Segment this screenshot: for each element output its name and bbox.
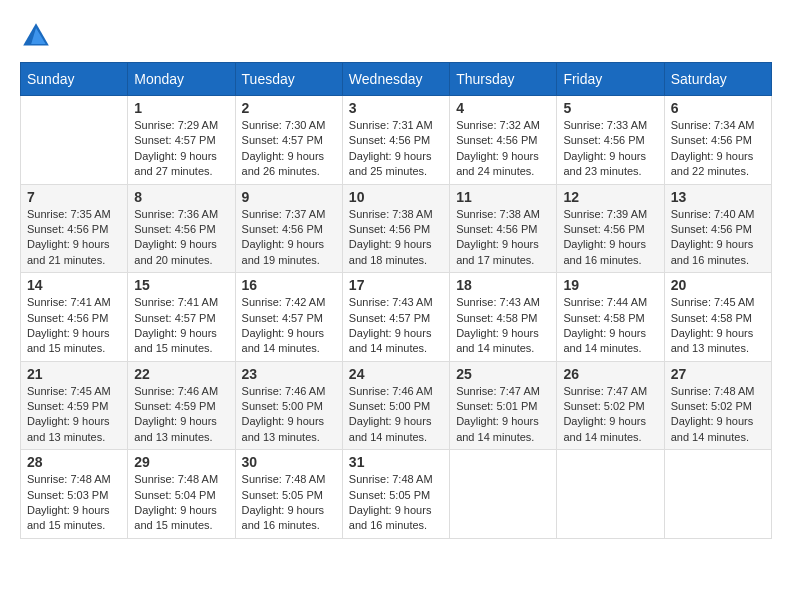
day-info: Sunrise: 7:44 AMSunset: 4:58 PMDaylight:… <box>563 295 657 357</box>
day-info: Sunrise: 7:34 AMSunset: 4:56 PMDaylight:… <box>671 118 765 180</box>
day-info: Sunrise: 7:30 AMSunset: 4:57 PMDaylight:… <box>242 118 336 180</box>
calendar-cell: 19Sunrise: 7:44 AMSunset: 4:58 PMDayligh… <box>557 273 664 362</box>
day-number: 16 <box>242 277 336 293</box>
calendar-cell: 29Sunrise: 7:48 AMSunset: 5:04 PMDayligh… <box>128 450 235 539</box>
calendar-week-row: 1Sunrise: 7:29 AMSunset: 4:57 PMDaylight… <box>21 96 772 185</box>
day-info: Sunrise: 7:48 AMSunset: 5:05 PMDaylight:… <box>242 472 336 534</box>
day-number: 12 <box>563 189 657 205</box>
calendar-header-tuesday: Tuesday <box>235 63 342 96</box>
calendar-cell: 6Sunrise: 7:34 AMSunset: 4:56 PMDaylight… <box>664 96 771 185</box>
day-number: 27 <box>671 366 765 382</box>
day-number: 1 <box>134 100 228 116</box>
calendar-cell: 10Sunrise: 7:38 AMSunset: 4:56 PMDayligh… <box>342 184 449 273</box>
day-info: Sunrise: 7:40 AMSunset: 4:56 PMDaylight:… <box>671 207 765 269</box>
calendar-week-row: 28Sunrise: 7:48 AMSunset: 5:03 PMDayligh… <box>21 450 772 539</box>
day-info: Sunrise: 7:48 AMSunset: 5:02 PMDaylight:… <box>671 384 765 446</box>
day-number: 22 <box>134 366 228 382</box>
day-number: 6 <box>671 100 765 116</box>
day-number: 29 <box>134 454 228 470</box>
day-info: Sunrise: 7:48 AMSunset: 5:03 PMDaylight:… <box>27 472 121 534</box>
day-info: Sunrise: 7:35 AMSunset: 4:56 PMDaylight:… <box>27 207 121 269</box>
day-info: Sunrise: 7:41 AMSunset: 4:56 PMDaylight:… <box>27 295 121 357</box>
day-number: 18 <box>456 277 550 293</box>
logo-icon <box>20 20 52 52</box>
day-info: Sunrise: 7:47 AMSunset: 5:01 PMDaylight:… <box>456 384 550 446</box>
calendar-header-thursday: Thursday <box>450 63 557 96</box>
day-number: 13 <box>671 189 765 205</box>
day-number: 7 <box>27 189 121 205</box>
calendar-week-row: 14Sunrise: 7:41 AMSunset: 4:56 PMDayligh… <box>21 273 772 362</box>
day-info: Sunrise: 7:43 AMSunset: 4:57 PMDaylight:… <box>349 295 443 357</box>
calendar-cell: 7Sunrise: 7:35 AMSunset: 4:56 PMDaylight… <box>21 184 128 273</box>
calendar-cell: 2Sunrise: 7:30 AMSunset: 4:57 PMDaylight… <box>235 96 342 185</box>
day-number: 8 <box>134 189 228 205</box>
calendar-cell: 11Sunrise: 7:38 AMSunset: 4:56 PMDayligh… <box>450 184 557 273</box>
calendar-cell: 20Sunrise: 7:45 AMSunset: 4:58 PMDayligh… <box>664 273 771 362</box>
calendar-cell: 28Sunrise: 7:48 AMSunset: 5:03 PMDayligh… <box>21 450 128 539</box>
day-number: 19 <box>563 277 657 293</box>
calendar-table: SundayMondayTuesdayWednesdayThursdayFrid… <box>20 62 772 539</box>
calendar-cell: 1Sunrise: 7:29 AMSunset: 4:57 PMDaylight… <box>128 96 235 185</box>
day-number: 14 <box>27 277 121 293</box>
calendar-cell: 14Sunrise: 7:41 AMSunset: 4:56 PMDayligh… <box>21 273 128 362</box>
day-number: 23 <box>242 366 336 382</box>
calendar-cell: 4Sunrise: 7:32 AMSunset: 4:56 PMDaylight… <box>450 96 557 185</box>
calendar-cell: 27Sunrise: 7:48 AMSunset: 5:02 PMDayligh… <box>664 361 771 450</box>
day-number: 3 <box>349 100 443 116</box>
calendar-cell: 16Sunrise: 7:42 AMSunset: 4:57 PMDayligh… <box>235 273 342 362</box>
day-info: Sunrise: 7:37 AMSunset: 4:56 PMDaylight:… <box>242 207 336 269</box>
calendar-cell: 18Sunrise: 7:43 AMSunset: 4:58 PMDayligh… <box>450 273 557 362</box>
calendar-cell: 12Sunrise: 7:39 AMSunset: 4:56 PMDayligh… <box>557 184 664 273</box>
calendar-cell <box>21 96 128 185</box>
day-info: Sunrise: 7:43 AMSunset: 4:58 PMDaylight:… <box>456 295 550 357</box>
day-info: Sunrise: 7:48 AMSunset: 5:04 PMDaylight:… <box>134 472 228 534</box>
calendar-cell: 8Sunrise: 7:36 AMSunset: 4:56 PMDaylight… <box>128 184 235 273</box>
day-number: 11 <box>456 189 550 205</box>
calendar-header-row: SundayMondayTuesdayWednesdayThursdayFrid… <box>21 63 772 96</box>
calendar-cell: 26Sunrise: 7:47 AMSunset: 5:02 PMDayligh… <box>557 361 664 450</box>
day-info: Sunrise: 7:42 AMSunset: 4:57 PMDaylight:… <box>242 295 336 357</box>
calendar-header-saturday: Saturday <box>664 63 771 96</box>
day-info: Sunrise: 7:46 AMSunset: 4:59 PMDaylight:… <box>134 384 228 446</box>
calendar-cell: 3Sunrise: 7:31 AMSunset: 4:56 PMDaylight… <box>342 96 449 185</box>
day-info: Sunrise: 7:33 AMSunset: 4:56 PMDaylight:… <box>563 118 657 180</box>
day-info: Sunrise: 7:47 AMSunset: 5:02 PMDaylight:… <box>563 384 657 446</box>
calendar-week-row: 7Sunrise: 7:35 AMSunset: 4:56 PMDaylight… <box>21 184 772 273</box>
calendar-cell: 23Sunrise: 7:46 AMSunset: 5:00 PMDayligh… <box>235 361 342 450</box>
calendar-cell: 24Sunrise: 7:46 AMSunset: 5:00 PMDayligh… <box>342 361 449 450</box>
calendar-week-row: 21Sunrise: 7:45 AMSunset: 4:59 PMDayligh… <box>21 361 772 450</box>
day-info: Sunrise: 7:41 AMSunset: 4:57 PMDaylight:… <box>134 295 228 357</box>
day-number: 25 <box>456 366 550 382</box>
calendar-header-sunday: Sunday <box>21 63 128 96</box>
calendar-cell <box>557 450 664 539</box>
day-info: Sunrise: 7:45 AMSunset: 4:58 PMDaylight:… <box>671 295 765 357</box>
calendar-cell <box>664 450 771 539</box>
day-number: 20 <box>671 277 765 293</box>
day-number: 31 <box>349 454 443 470</box>
calendar-cell: 15Sunrise: 7:41 AMSunset: 4:57 PMDayligh… <box>128 273 235 362</box>
day-number: 10 <box>349 189 443 205</box>
calendar-cell: 5Sunrise: 7:33 AMSunset: 4:56 PMDaylight… <box>557 96 664 185</box>
day-info: Sunrise: 7:29 AMSunset: 4:57 PMDaylight:… <box>134 118 228 180</box>
day-number: 21 <box>27 366 121 382</box>
calendar-cell: 22Sunrise: 7:46 AMSunset: 4:59 PMDayligh… <box>128 361 235 450</box>
day-number: 9 <box>242 189 336 205</box>
calendar-cell: 30Sunrise: 7:48 AMSunset: 5:05 PMDayligh… <box>235 450 342 539</box>
day-number: 30 <box>242 454 336 470</box>
calendar-cell: 13Sunrise: 7:40 AMSunset: 4:56 PMDayligh… <box>664 184 771 273</box>
day-info: Sunrise: 7:39 AMSunset: 4:56 PMDaylight:… <box>563 207 657 269</box>
day-info: Sunrise: 7:45 AMSunset: 4:59 PMDaylight:… <box>27 384 121 446</box>
day-number: 28 <box>27 454 121 470</box>
day-number: 24 <box>349 366 443 382</box>
calendar-header-friday: Friday <box>557 63 664 96</box>
day-info: Sunrise: 7:46 AMSunset: 5:00 PMDaylight:… <box>349 384 443 446</box>
day-number: 17 <box>349 277 443 293</box>
day-number: 26 <box>563 366 657 382</box>
day-info: Sunrise: 7:32 AMSunset: 4:56 PMDaylight:… <box>456 118 550 180</box>
day-number: 2 <box>242 100 336 116</box>
calendar-cell: 25Sunrise: 7:47 AMSunset: 5:01 PMDayligh… <box>450 361 557 450</box>
day-info: Sunrise: 7:48 AMSunset: 5:05 PMDaylight:… <box>349 472 443 534</box>
day-info: Sunrise: 7:31 AMSunset: 4:56 PMDaylight:… <box>349 118 443 180</box>
day-info: Sunrise: 7:36 AMSunset: 4:56 PMDaylight:… <box>134 207 228 269</box>
day-number: 15 <box>134 277 228 293</box>
